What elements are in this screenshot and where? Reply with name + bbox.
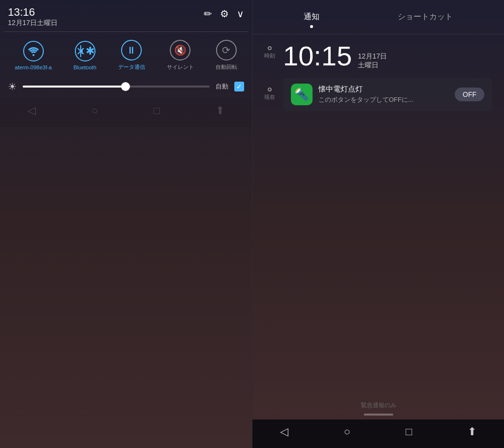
svg-point-0 [32, 54, 34, 56]
rotate-label: 自動回転 [216, 63, 237, 71]
flashlight-icon: 🔦 [294, 88, 309, 101]
time-section: 時刻 10:15 12月17日 土曜日 [252, 34, 504, 74]
right-up-button[interactable]: ⬆ [468, 425, 476, 438]
edit-icon[interactable]: ✏ [204, 8, 212, 20]
right-content: 通知 ショートカット 時刻 10:15 12月17日 土曜日 [252, 0, 504, 448]
qs-bluetooth[interactable]: ✱ Bluetooth [73, 41, 96, 70]
auto-checkbox[interactable]: ✓ [234, 82, 244, 91]
brightness-row: ☀ 自動 ✓ [0, 75, 252, 98]
time-dot-col: 時刻 [264, 42, 275, 60]
notification-section: 現在 🔦 懐中電灯点灯 このボタンをタップしてOFFに... OFF [252, 74, 504, 115]
date-display: 12月17日 土曜日 [358, 50, 387, 70]
notification-tab-label: 通知 [304, 12, 319, 22]
notif-day: 土曜日 [358, 61, 387, 70]
status-action-icons: ✏ ⚙ ∨ [204, 6, 244, 20]
notif-date: 12月17日 [358, 52, 387, 61]
right-bottom-nav: ◁ ○ □ ⬆ [252, 419, 504, 448]
quick-settings-row: aterm-098e3f-a ✱ Bluetooth ⏸ データ通信 [0, 32, 252, 75]
notification-title: 懐中電灯点灯 [318, 85, 449, 94]
brightness-thumb [121, 82, 130, 91]
notification-body: このボタンをタップしてOFFに... [318, 95, 449, 104]
current-date: 12月17日土曜日 [8, 19, 58, 28]
left-panel: 13:16 12月17日土曜日 ✏ ⚙ ∨ [0, 0, 252, 448]
notif-label: 現在 [264, 93, 275, 101]
emergency-label: 緊急通報のみ [252, 397, 504, 414]
current-time: 13:16 [8, 6, 58, 19]
qs-data[interactable]: ⏸ データ通信 [118, 40, 145, 71]
brightness-fill [23, 86, 126, 88]
time-display: 10:15 12月17日 土曜日 [283, 42, 387, 70]
rotate-icon: ⟳ [216, 40, 237, 60]
gear-icon[interactable]: ⚙ [220, 8, 229, 20]
data-label: データ通信 [118, 63, 145, 71]
right-recent-button[interactable]: □ [406, 425, 412, 438]
shortcut-tab-label: ショートカット [398, 12, 453, 22]
app-icon-flashlight: 🔦 [291, 84, 313, 105]
notif-dot-col: 現在 [264, 78, 275, 101]
notification-off-button[interactable]: OFF [455, 88, 484, 101]
tab-shortcut[interactable]: ショートカット [390, 8, 461, 34]
notification-card[interactable]: 🔦 懐中電灯点灯 このボタンをタップしてOFFに... OFF [283, 78, 492, 111]
status-bar: 13:16 12月17日土曜日 ✏ ⚙ ∨ [0, 0, 252, 31]
silent-label: サイレント [167, 63, 194, 71]
brightness-slider[interactable] [23, 86, 210, 88]
right-back-button[interactable]: ◁ [280, 425, 288, 438]
qs-silent[interactable]: 🔇 サイレント [167, 40, 194, 71]
bluetooth-icon: ✱ [75, 41, 95, 61]
left-content: 13:16 12月17日土曜日 ✏ ⚙ ∨ [0, 0, 252, 98]
time-label: 時刻 [264, 52, 275, 60]
qs-rotate[interactable]: ⟳ 自動回転 [216, 40, 237, 71]
right-main-content [252, 115, 504, 397]
right-home-button[interactable]: ○ [344, 425, 350, 438]
wifi-icon [23, 41, 44, 61]
auto-label: 自動 [216, 82, 228, 91]
silent-icon: 🔇 [170, 40, 190, 60]
active-tab-indicator [310, 25, 313, 28]
data-icon: ⏸ [121, 40, 142, 60]
status-time: 13:16 12月17日土曜日 [8, 6, 58, 28]
tab-bar: 通知 ショートカット [252, 0, 504, 34]
notification-text: 懐中電灯点灯 このボタンをタップしてOFFに... [318, 85, 449, 104]
big-clock: 10:15 [283, 42, 352, 70]
tab-notification[interactable]: 通知 [296, 8, 327, 34]
notif-dot [268, 88, 272, 91]
qs-wifi[interactable]: aterm-098e3f-a [15, 41, 52, 70]
brightness-icon: ☀ [8, 81, 17, 92]
wifi-label: aterm-098e3f-a [15, 64, 52, 70]
right-panel: 通知 ショートカット 時刻 10:15 12月17日 土曜日 [252, 0, 504, 448]
time-dot [268, 46, 272, 50]
bluetooth-label: Bluetooth [73, 64, 96, 70]
expand-icon[interactable]: ∨ [237, 8, 244, 20]
check-icon: ✓ [236, 83, 242, 90]
bottom-handle [364, 414, 393, 416]
